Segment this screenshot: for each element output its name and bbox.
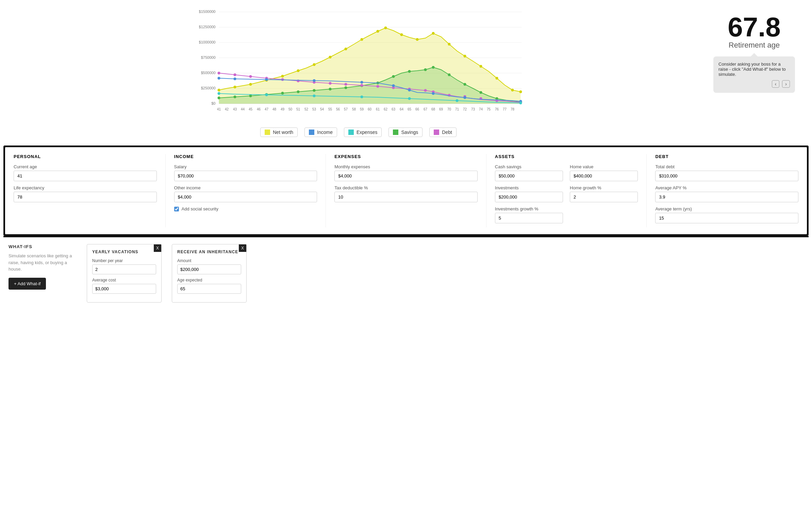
tip-next-button[interactable]: › <box>782 80 790 88</box>
svg-text:41: 41 <box>217 107 221 111</box>
svg-text:62: 62 <box>384 107 388 111</box>
svg-point-90 <box>361 95 363 98</box>
cash-savings-input[interactable] <box>495 171 563 181</box>
avg-apy-input[interactable] <box>655 192 798 202</box>
current-age-input[interactable] <box>14 171 157 181</box>
svg-point-77 <box>218 77 220 79</box>
debt-heading: DEBT <box>655 154 798 159</box>
svg-text:69: 69 <box>439 107 443 111</box>
legend-item-income[interactable]: Income <box>304 128 337 137</box>
svg-point-42 <box>297 90 300 93</box>
investments-group: Investments <box>495 185 563 202</box>
income-heading: INCOME <box>174 154 317 159</box>
total-debt-group: Total debt <box>655 164 798 181</box>
svg-text:43: 43 <box>233 107 237 111</box>
expenses-heading: EXPENSES <box>334 154 478 159</box>
vacations-cost-input[interactable] <box>92 284 156 294</box>
cash-savings-group: Cash savings <box>495 164 563 181</box>
inheritance-amount-input[interactable] <box>177 265 241 274</box>
svg-point-89 <box>313 94 316 97</box>
monthly-expenses-group: Monthly expenses <box>334 164 478 181</box>
investments-input[interactable] <box>495 192 563 202</box>
svg-point-82 <box>392 84 395 87</box>
life-expectancy-input[interactable] <box>14 192 157 202</box>
svg-point-32 <box>480 65 482 68</box>
home-growth-input[interactable] <box>570 192 638 202</box>
whatifs-description: Simulate scenarios like getting a raise,… <box>9 253 76 272</box>
svg-text:57: 57 <box>344 107 348 111</box>
svg-text:$1000000: $1000000 <box>199 40 216 44</box>
svg-text:54: 54 <box>320 107 324 111</box>
income-column: INCOME Salary Other income Add social se… <box>174 154 326 227</box>
add-whatif-button[interactable]: + Add What-if <box>9 278 46 290</box>
svg-text:65: 65 <box>407 107 411 111</box>
home-value-input[interactable] <box>570 171 638 181</box>
svg-point-24 <box>361 38 363 41</box>
svg-point-92 <box>456 99 459 102</box>
other-income-input[interactable] <box>174 192 317 202</box>
svg-point-53 <box>464 83 466 86</box>
legend-item-net-worth[interactable]: Net worth <box>260 128 298 137</box>
svg-point-34 <box>511 89 514 91</box>
svg-point-16 <box>234 86 236 88</box>
investments-growth-group: Investments growth % <box>495 206 563 223</box>
legend-label-expenses: Expenses <box>357 130 377 135</box>
tip-prev-button[interactable]: ‹ <box>772 80 780 88</box>
svg-point-33 <box>496 77 498 79</box>
svg-point-52 <box>448 73 451 76</box>
total-debt-input[interactable] <box>655 171 798 181</box>
inheritance-close-button[interactable]: X <box>239 245 246 252</box>
monthly-expenses-input[interactable] <box>334 171 478 181</box>
inheritance-age-input[interactable] <box>177 284 241 294</box>
svg-point-54 <box>480 91 482 94</box>
home-growth-group: Home growth % <box>570 185 638 202</box>
vacations-cost-group: Average cost <box>92 278 156 294</box>
svg-point-78 <box>234 77 236 80</box>
svg-point-83 <box>408 89 411 91</box>
svg-point-48 <box>392 75 395 78</box>
svg-point-45 <box>345 86 347 89</box>
svg-point-39 <box>249 94 252 97</box>
svg-text:71: 71 <box>455 107 459 111</box>
svg-point-15 <box>218 89 220 91</box>
legend-label-savings: Savings <box>401 130 418 135</box>
legend-item-debt[interactable]: Debt <box>429 128 456 137</box>
vacations-number-input[interactable] <box>92 265 156 274</box>
svg-point-85 <box>464 96 466 99</box>
svg-point-23 <box>345 48 347 50</box>
svg-text:45: 45 <box>249 107 253 111</box>
svg-text:61: 61 <box>376 107 380 111</box>
life-expectancy-label: Life expectancy <box>14 185 157 190</box>
svg-point-84 <box>432 92 435 95</box>
avg-term-label: Average term (yrs) <box>655 206 798 211</box>
svg-point-37 <box>218 97 220 99</box>
inheritance-card-title: RECEIVE AN INHERITANCE <box>177 250 241 254</box>
svg-point-49 <box>408 70 411 73</box>
svg-text:66: 66 <box>415 107 419 111</box>
investments-growth-input[interactable] <box>495 213 563 223</box>
svg-text:$750000: $750000 <box>201 55 216 59</box>
legend-item-savings[interactable]: Savings <box>389 128 422 137</box>
avg-term-input[interactable] <box>655 213 798 223</box>
svg-point-81 <box>361 81 363 84</box>
vacations-close-button[interactable]: X <box>154 245 161 252</box>
svg-text:68: 68 <box>431 107 435 111</box>
svg-text:46: 46 <box>257 107 261 111</box>
salary-input[interactable] <box>174 171 317 181</box>
tax-deductible-input[interactable] <box>334 192 478 202</box>
life-expectancy-group: Life expectancy <box>14 185 157 202</box>
personal-heading: PERSONAL <box>14 154 157 159</box>
svg-point-88 <box>265 93 268 96</box>
legend-label-debt: Debt <box>442 130 452 135</box>
avg-apy-group: Average APY % <box>655 185 798 202</box>
svg-point-28 <box>416 38 419 41</box>
social-security-checkbox[interactable] <box>174 207 179 211</box>
tax-deductible-label: Tax deductible % <box>334 185 478 190</box>
legend-item-expenses[interactable]: Expenses <box>344 128 382 137</box>
svg-point-21 <box>313 63 316 66</box>
net-worth-color-swatch <box>265 130 270 135</box>
salary-label: Salary <box>174 164 317 169</box>
tip-navigation: ‹ › <box>719 80 790 88</box>
svg-text:49: 49 <box>281 107 285 111</box>
salary-group: Salary <box>174 164 317 181</box>
